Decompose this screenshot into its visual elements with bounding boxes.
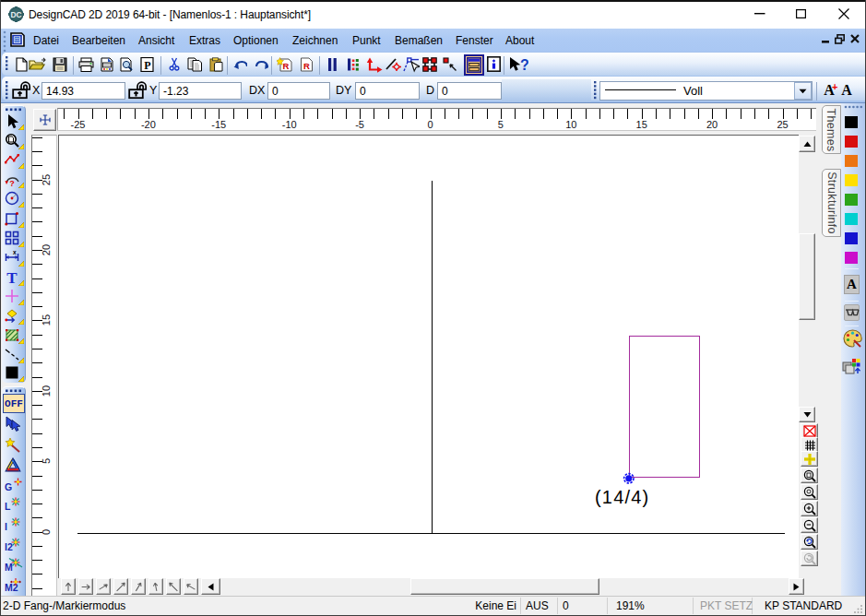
svg-text:I: I <box>5 521 7 532</box>
svg-text:x: x <box>13 250 17 255</box>
svg-text:DC: DC <box>10 10 21 19</box>
svg-text:R: R <box>303 61 310 71</box>
svg-text:G: G <box>5 481 12 492</box>
svg-text:?: ? <box>520 57 528 73</box>
svg-text:R: R <box>283 61 290 71</box>
svg-text:L: L <box>5 501 11 512</box>
svg-text:I2: I2 <box>5 541 13 552</box>
svg-text:P: P <box>144 59 150 72</box>
svg-text:?: ? <box>9 179 15 188</box>
svg-text:M: M <box>5 562 13 573</box>
svg-text:T: T <box>6 269 18 286</box>
